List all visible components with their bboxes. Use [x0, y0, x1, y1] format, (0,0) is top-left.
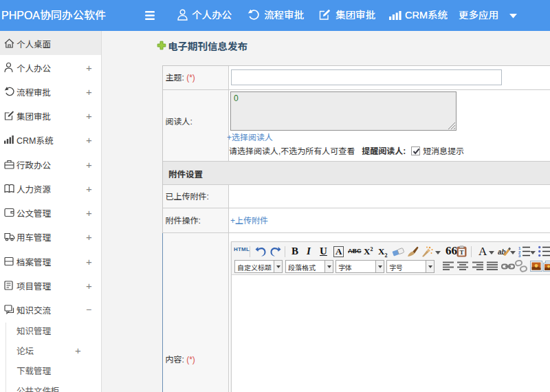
svg-text:T: T	[459, 249, 463, 256]
svg-text:3: 3	[518, 254, 521, 257]
